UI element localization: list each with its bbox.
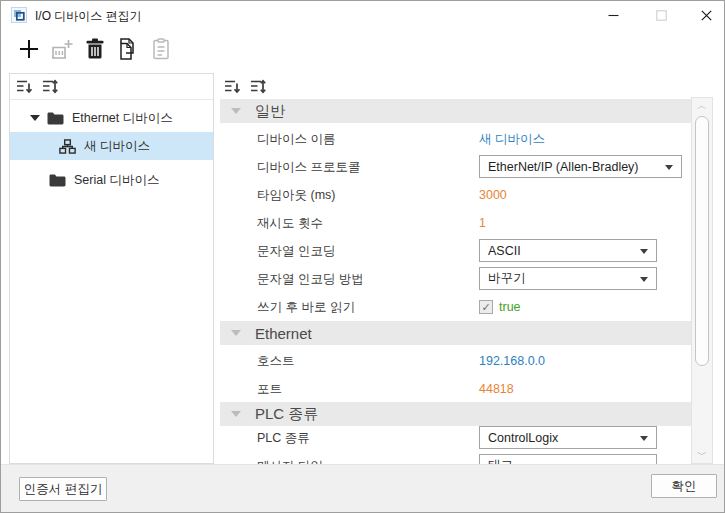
collapse-all-icon[interactable] — [16, 79, 33, 94]
device-tree-panel: Ethernet 디바이스 새 디바이스 Serial 디바이스 — [9, 73, 214, 464]
property-row-string-encoding: 문자열 인코딩 ASCII — [220, 237, 691, 265]
tree-item-label: Ethernet 디바이스 — [72, 110, 173, 127]
dropdown-value: 태그 — [488, 457, 513, 464]
footer-bar: 인증서 편집기 확인 — [1, 464, 724, 513]
dropdown-value: 바꾸기 — [488, 270, 526, 287]
add-device-button[interactable] — [16, 36, 42, 64]
tree-item-label: Serial 디바이스 — [74, 172, 159, 189]
app-icon — [11, 7, 27, 23]
dropdown-value: ASCII — [488, 244, 521, 258]
checkbox-value: true — [499, 300, 521, 314]
section-title: 일반 — [255, 102, 285, 121]
window-title: I/O 디바이스 편집기 — [35, 8, 142, 25]
section-header-ethernet[interactable]: Ethernet — [220, 321, 691, 345]
chevron-down-icon — [665, 165, 673, 170]
paste-icon — [152, 38, 170, 63]
tree-item-serial-devices[interactable]: Serial 디바이스 — [10, 166, 213, 194]
property-label: 디바이스 프로토콜 — [257, 159, 360, 176]
tree-item-ethernet-devices[interactable]: Ethernet 디바이스 — [10, 104, 213, 132]
message-type-dropdown[interactable]: 태그 — [479, 454, 657, 464]
property-label: 포트 — [257, 381, 282, 398]
property-label: 문자열 인코딩 방법 — [257, 271, 364, 288]
chevron-down-icon[interactable] — [30, 115, 40, 121]
plc-type-dropdown[interactable]: ControlLogix — [479, 426, 657, 449]
property-row-read-after-write: 쓰기 후 바로 읽기 ✓ true — [220, 293, 691, 321]
timeout-value[interactable]: 3000 — [479, 188, 507, 202]
network-device-icon — [59, 139, 76, 154]
expand-all-icon[interactable] — [250, 79, 267, 94]
property-label: 호스트 — [257, 353, 295, 370]
protocol-dropdown[interactable]: EtherNet/IP (Allen-Bradley) — [479, 155, 682, 178]
encoding-method-dropdown[interactable]: 바꾸기 — [479, 267, 657, 290]
vertical-scrollbar[interactable]: ︿ ﹀ — [691, 97, 713, 464]
scroll-down-arrow[interactable]: ﹀ — [692, 448, 712, 462]
close-button[interactable] — [684, 1, 725, 29]
property-row-host: 호스트 192.168.0.0 — [220, 347, 691, 375]
chevron-down-icon — [231, 330, 241, 336]
folder-icon — [49, 174, 66, 187]
property-panel: 일반 디바이스 이름 새 디바이스 디바이스 프로토콜 EtherNet/IP … — [220, 73, 714, 464]
property-row-plc-type: PLC 종류 ControlLogix — [220, 424, 691, 452]
chevron-down-icon — [640, 277, 648, 282]
device-name-value[interactable]: 새 디바이스 — [479, 131, 545, 148]
tree-item-label: 새 디바이스 — [84, 138, 150, 155]
property-label: PLC 종류 — [257, 430, 310, 447]
paste-button — [148, 36, 174, 64]
property-label: 문자열 인코딩 — [257, 243, 335, 260]
property-row-device-name: 디바이스 이름 새 디바이스 — [220, 125, 691, 153]
title-bar: I/O 디바이스 편집기 — [1, 1, 724, 29]
minimize-button[interactable] — [591, 1, 635, 29]
section-title: PLC 종류 — [255, 405, 318, 424]
string-encoding-dropdown[interactable]: ASCII — [479, 239, 657, 262]
trash-icon — [85, 38, 105, 63]
host-value[interactable]: 192.168.0.0 — [479, 354, 545, 368]
chevron-down-icon — [640, 249, 648, 254]
dropdown-value: EtherNet/IP (Allen-Bradley) — [488, 160, 639, 174]
io-device-editor-window: I/O 디바이스 편집기 — [0, 0, 725, 513]
property-label: 쓰기 후 바로 읽기 — [257, 299, 355, 316]
chevron-down-icon — [231, 411, 241, 417]
scrollbar-thumb[interactable] — [695, 116, 709, 366]
chevron-down-icon — [640, 436, 648, 441]
scroll-up-arrow[interactable]: ︿ — [692, 99, 712, 113]
section-header-plc-type[interactable]: PLC 종류 — [220, 402, 691, 426]
property-row-port: 포트 44818 — [220, 375, 691, 403]
toolbar — [1, 29, 724, 71]
ok-button[interactable]: 확인 — [651, 474, 717, 498]
read-after-write-checkbox[interactable]: ✓ — [479, 300, 493, 314]
retry-count-value[interactable]: 1 — [479, 216, 486, 230]
property-panel-toolbar — [220, 73, 714, 99]
section-header-general[interactable]: 일반 — [220, 99, 691, 123]
property-row-encoding-method: 문자열 인코딩 방법 바꾸기 — [220, 265, 691, 293]
expand-all-icon[interactable] — [42, 79, 59, 94]
certificate-editor-button[interactable]: 인증서 편집기 — [19, 477, 107, 501]
property-row-message-type: 메시지 타입 태그 — [220, 452, 691, 464]
property-row-protocol: 디바이스 프로토콜 EtherNet/IP (Allen-Bradley) — [220, 153, 691, 181]
chevron-down-icon — [231, 108, 241, 114]
property-label: 재시도 횟수 — [257, 215, 323, 232]
folder-icon — [47, 112, 64, 125]
collapse-all-icon[interactable] — [224, 79, 241, 94]
property-row-retry-count: 재시도 횟수 1 — [220, 209, 691, 237]
plus-icon — [18, 38, 40, 63]
add-station-button — [49, 36, 75, 64]
add-station-icon — [51, 38, 74, 63]
property-label: 타임아웃 (ms) — [257, 187, 335, 204]
copy-icon — [118, 38, 138, 63]
delete-button[interactable] — [82, 36, 108, 64]
tree-panel-toolbar — [10, 74, 213, 100]
maximize-button — [639, 1, 683, 29]
copy-button[interactable] — [115, 36, 141, 64]
tree-item-new-device[interactable]: 새 디바이스 — [10, 132, 213, 160]
property-row-timeout: 타임아웃 (ms) 3000 — [220, 181, 691, 209]
section-title: Ethernet — [255, 325, 312, 342]
property-label: 디바이스 이름 — [257, 131, 335, 148]
dropdown-value: ControlLogix — [488, 431, 558, 445]
port-value[interactable]: 44818 — [479, 382, 514, 396]
